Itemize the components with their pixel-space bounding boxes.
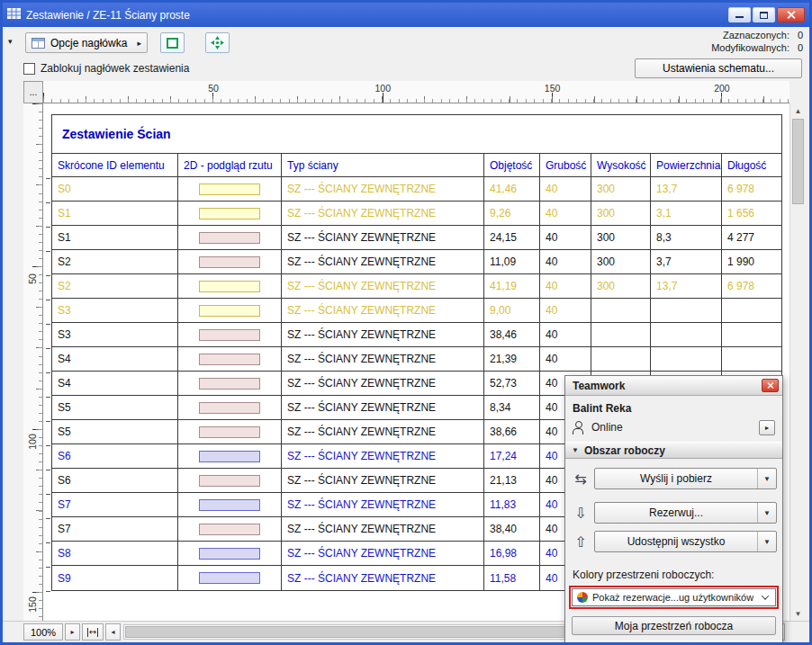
cell-volume[interactable]: 41,19	[484, 274, 540, 298]
cell-volume[interactable]: 11,83	[484, 493, 540, 516]
cell-type[interactable]: SZ --- ŚCIANY ZEWNĘTRZNE	[282, 517, 484, 541]
schema-settings-button[interactable]: Ustawienia schematu...	[635, 58, 802, 78]
column-header-4[interactable]: Objętość	[484, 154, 540, 176]
cell-type[interactable]: SZ --- ŚCIANY ZEWNĘTRZNE	[282, 299, 484, 322]
cell-volume[interactable]: 52,73	[484, 372, 540, 395]
palette-close-button[interactable]	[762, 379, 779, 392]
cell-volume[interactable]: 11,09	[484, 250, 540, 273]
cell-type[interactable]: SZ --- ŚCIANY ZEWNĘTRZNE	[282, 177, 484, 201]
schedule-row[interactable]: S2SZ --- ŚCIANY ZEWNĘTRZNE11,09403003,71…	[52, 250, 781, 274]
checkbox-box[interactable]	[23, 63, 35, 75]
section-header-users[interactable]: ▶ Użytkownicy	[565, 641, 782, 645]
column-header-6[interactable]: Wysokość	[591, 154, 651, 176]
fit-width-button[interactable]: ↔	[82, 623, 104, 641]
cell-id[interactable]: S4	[52, 372, 178, 395]
cell-preview[interactable]	[178, 250, 282, 273]
cell-type[interactable]: SZ --- ŚCIANY ZEWNĘTRZNE	[282, 323, 484, 346]
cell-length[interactable]	[722, 299, 781, 322]
cell-id[interactable]: S5	[52, 420, 178, 443]
schedule-row[interactable]: S0SZ --- ŚCIANY ZEWNĘTRZNE41,464030013,7…	[52, 177, 781, 202]
cell-volume[interactable]: 9,26	[484, 202, 540, 225]
workspace-colors-combo[interactable]: Pokaż rezerwacje...ug użytkowników	[572, 588, 776, 606]
cell-type[interactable]: SZ --- ŚCIANY ZEWNĘTRZNE	[282, 566, 484, 590]
cell-height[interactable]: 300	[591, 274, 651, 298]
cell-area[interactable]: 3,7	[651, 250, 722, 273]
cell-preview[interactable]	[178, 566, 282, 590]
cell-area[interactable]: 13,7	[651, 274, 722, 298]
cell-volume[interactable]: 16,98	[484, 542, 540, 565]
palette-title-bar[interactable]: Teamwork	[565, 376, 782, 396]
cell-volume[interactable]: 17,24	[484, 444, 540, 468]
section-header-workspace[interactable]: ▼ Obszar roboczy	[565, 442, 782, 459]
cell-id[interactable]: S1	[52, 226, 178, 249]
title-bar[interactable]: Zestawienie / ZE-11 Ściany proste	[3, 3, 809, 27]
cell-thickness[interactable]: 40	[540, 226, 591, 249]
ruler-options-button[interactable]: ...	[23, 81, 43, 103]
cell-length[interactable]	[722, 347, 781, 371]
schedule-row[interactable]: S3SZ --- ŚCIANY ZEWNĘTRZNE38,4640	[52, 323, 781, 347]
column-header-3[interactable]: Typ ściany	[282, 154, 484, 176]
cell-type[interactable]: SZ --- ŚCIANY ZEWNĘTRZNE	[282, 202, 484, 225]
cell-preview[interactable]	[178, 493, 282, 516]
cell-preview[interactable]	[178, 396, 282, 419]
cell-id[interactable]: S1	[52, 202, 178, 225]
cell-length[interactable]: 1 990	[722, 250, 781, 273]
cell-height[interactable]: 300	[591, 177, 651, 201]
cell-preview[interactable]	[178, 444, 282, 468]
cell-area[interactable]	[651, 323, 722, 346]
cell-preview[interactable]	[178, 299, 282, 322]
cell-thickness[interactable]: 40	[540, 202, 591, 225]
vertical-scrollbar[interactable]: ▲ ▼	[789, 103, 805, 621]
cell-preview[interactable]	[178, 372, 282, 395]
column-header-7[interactable]: Powierzchnia	[651, 154, 722, 176]
column-header-8[interactable]: Długość	[722, 154, 781, 176]
schedule-row[interactable]: S2SZ --- ŚCIANY ZEWNĘTRZNE41,194030013,7…	[52, 274, 781, 299]
cell-preview[interactable]	[178, 542, 282, 565]
cell-id[interactable]: S7	[52, 517, 178, 541]
cell-area[interactable]: 8,3	[651, 226, 722, 249]
cell-thickness[interactable]: 40	[540, 177, 591, 201]
cell-id[interactable]: S6	[52, 469, 178, 492]
cell-thickness[interactable]: 40	[540, 347, 591, 371]
cell-volume[interactable]: 38,46	[484, 323, 540, 346]
cell-type[interactable]: SZ --- ŚCIANY ZEWNĘTRZNE	[282, 444, 484, 468]
show-selection-in-plan-button[interactable]	[205, 32, 230, 53]
minimize-button[interactable]	[728, 7, 751, 22]
reserve-dropdown[interactable]: ▼	[757, 503, 776, 523]
cell-height[interactable]: 300	[591, 250, 651, 273]
cell-thickness[interactable]: 40	[540, 323, 591, 346]
select-matching-elements-button[interactable]	[160, 32, 185, 53]
cell-preview[interactable]	[178, 274, 282, 298]
cell-thickness[interactable]: 40	[540, 299, 591, 322]
schedule-row[interactable]: S1SZ --- ŚCIANY ZEWNĘTRZNE9,26403003,11 …	[52, 202, 781, 226]
cell-area[interactable]: 3,1	[651, 202, 722, 225]
cell-volume[interactable]: 11,58	[484, 566, 540, 590]
cell-area[interactable]: 13,7	[651, 177, 722, 201]
cell-type[interactable]: SZ --- ŚCIANY ZEWNĘTRZNE	[282, 420, 484, 443]
cell-type[interactable]: SZ --- ŚCIANY ZEWNĘTRZNE	[282, 469, 484, 492]
cell-type[interactable]: SZ --- ŚCIANY ZEWNĘTRZNE	[282, 226, 484, 249]
cell-preview[interactable]	[178, 226, 282, 249]
cell-volume[interactable]: 38,40	[484, 517, 540, 541]
column-header-1[interactable]: Skrócone ID elementu	[52, 154, 178, 176]
palette-flyout-arrow-icon[interactable]: ▾	[8, 37, 13, 46]
cell-height[interactable]	[591, 323, 651, 346]
cell-type[interactable]: SZ --- ŚCIANY ZEWNĘTRZNE	[282, 372, 484, 395]
schedule-row[interactable]: S4SZ --- ŚCIANY ZEWNĘTRZNE21,3940	[52, 347, 781, 372]
scroll-left-button[interactable]: ◂	[105, 623, 121, 641]
user-details-button[interactable]: ▸	[759, 420, 775, 435]
cell-type[interactable]: SZ --- ŚCIANY ZEWNĘTRZNE	[282, 347, 484, 371]
cell-id[interactable]: S3	[52, 323, 178, 346]
cell-height[interactable]	[591, 299, 651, 322]
cell-preview[interactable]	[178, 177, 282, 201]
cell-id[interactable]: S2	[52, 250, 178, 273]
cell-length[interactable]: 4 277	[722, 226, 781, 249]
header-options-button[interactable]: Opcje nagłówka ▸	[25, 32, 148, 53]
send-receive-dropdown[interactable]: ▼	[757, 469, 776, 488]
zoom-level-button[interactable]: 100%	[23, 623, 63, 641]
cell-length[interactable]: 1 656	[722, 202, 781, 225]
cell-volume[interactable]: 8,34	[484, 396, 540, 419]
cell-volume[interactable]: 9,00	[484, 299, 540, 322]
cell-id[interactable]: S6	[52, 444, 178, 468]
vertical-scrollbar-thumb[interactable]	[792, 119, 804, 204]
